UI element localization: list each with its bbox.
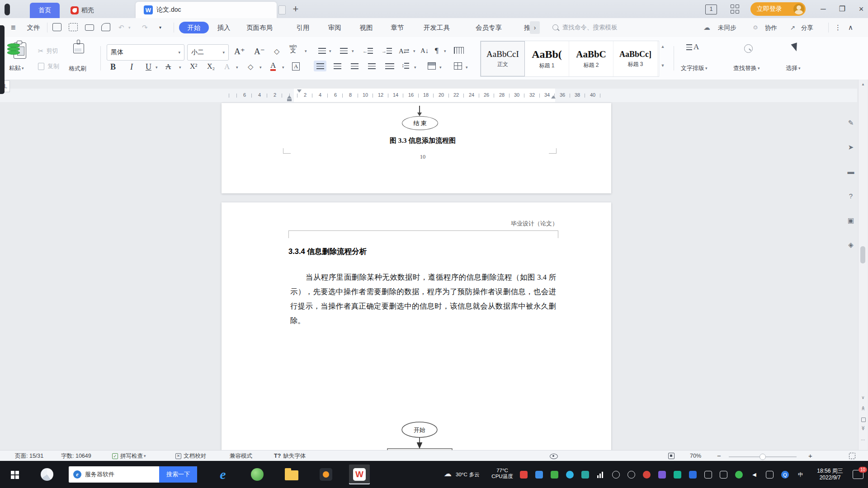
fullscreen-icon[interactable] [849,453,855,459]
green-app-tray-icon[interactable] [551,471,558,479]
italic-icon[interactable]: I [130,62,133,72]
next-page-icon[interactable]: ≫ [861,424,866,433]
increase-font-icon[interactable]: A⁺ [234,46,245,56]
line-spacing-icon[interactable]: ↕ [401,62,409,69]
undo-icon[interactable]: ↶ [118,22,124,33]
paste-button[interactable]: 粘贴▾ [9,64,24,72]
underline-caret-icon[interactable]: ▾ [156,65,158,70]
window-menu-handle[interactable] [5,4,10,15]
scroll-up-icon[interactable]: ▲ [859,82,868,86]
fit-page-icon[interactable] [668,453,675,459]
usb-tray-icon[interactable] [766,471,774,479]
sort-icon[interactable]: A↓ [420,47,429,55]
ribbon-tab-引用[interactable]: 引用 [293,22,312,33]
para-shading-caret-icon[interactable]: ▾ [439,65,442,70]
font-color-icon[interactable]: A [270,61,276,71]
start-button[interactable] [11,471,19,479]
apps-grid-icon[interactable] [731,5,740,14]
teal-tray-icon[interactable] [674,471,681,479]
phone-tray-icon[interactable] [720,471,727,479]
zoom-slider-handle[interactable] [760,454,766,460]
print-icon[interactable] [85,24,94,31]
signal-tray-icon[interactable] [597,471,604,479]
numbered-caret-icon[interactable]: ▾ [352,49,354,53]
select-cursor-icon[interactable] [791,42,800,52]
share-button[interactable]: 分享 [801,24,813,32]
ribbon-tab-开发工具[interactable]: 开发工具 [418,22,456,33]
compat-mode-label[interactable]: 兼容模式 [230,452,252,460]
more-tabs-chevron[interactable]: › [530,21,540,34]
browser-360-icon[interactable] [41,468,53,481]
taskbar-app-browser[interactable] [247,465,268,484]
superscript-icon[interactable]: X² [190,62,197,70]
scroll-more-icon[interactable]: ⋯ [859,437,868,442]
close-button[interactable]: × [854,4,868,14]
style-标题 3[interactable]: AaBbCc]标题 3 [613,41,658,76]
document-area[interactable]: 642246810121416182022242628303234363840 … [0,80,868,450]
restore-button[interactable]: ❐ [835,4,849,14]
borders-icon[interactable] [454,62,462,70]
ribbon-tab-插入[interactable]: 插入 [216,22,232,33]
show-marks-icon[interactable]: ¶ [435,46,439,55]
cut-button[interactable]: ✂ 剪切 [38,47,58,55]
collapse-ribbon-icon[interactable]: ∧ [848,22,853,33]
strikethrough-icon[interactable]: A [165,62,171,71]
align-justify-icon[interactable] [368,63,376,69]
sync-status[interactable]: 未同步 [718,24,736,32]
ribbon-tab-审阅[interactable]: 审阅 [325,22,344,33]
page-1[interactable]: 结 束 图 3.3 信息添加流程图 10 [222,103,611,193]
scale-caret-icon[interactable]: ▾ [413,49,415,53]
zoom-out-button[interactable]: − [717,452,721,460]
clear-format-icon[interactable]: ◇ [274,47,279,56]
bluetooth-tray-icon[interactable] [704,471,712,479]
input-method-icon[interactable]: 中 [797,471,804,479]
numbered-list-icon[interactable] [340,48,348,54]
left-indent-marker[interactable] [287,99,292,101]
highlight-color-icon[interactable]: A [224,62,230,71]
ruler[interactable]: 642246810121416182022242628303234363840 [0,89,857,102]
right-indent-marker[interactable] [551,95,556,99]
purple-tray-icon[interactable] [658,471,666,479]
quickbar-expand-icon[interactable]: ▾ [159,22,161,33]
pinyin-guide-icon[interactable]: wén文 [289,44,297,53]
ribbon-tab-视图[interactable]: 视图 [357,22,376,33]
scrollbar-thumb[interactable] [860,246,865,263]
align-center-icon[interactable] [334,63,341,69]
volume-tray-icon[interactable]: ◀ [750,471,758,479]
moon-tray-icon[interactable] [627,471,635,479]
collab-button[interactable]: 协作 [765,24,777,32]
minimize-button[interactable]: ─ [816,4,830,14]
proofread-button[interactable]: ✕ 文档校对 [175,452,206,460]
select-button[interactable]: 选择▾ [786,64,801,72]
first-line-indent-marker[interactable] [297,89,302,93]
tab-ruler-icon[interactable] [454,47,464,54]
eye-protect-icon[interactable] [550,454,558,459]
red-dot-tray-icon[interactable] [643,471,651,479]
undo-caret-icon[interactable]: ▾ [128,22,131,33]
taskbar-app-ie[interactable]: e [212,465,233,484]
print-preview-icon[interactable] [101,23,110,31]
style-标题 1[interactable]: AaBb(标题 1 [525,41,569,76]
taskbar-search-button[interactable]: 搜索一下 [159,466,197,483]
find-replace-icon[interactable] [744,44,753,53]
green-circle-tray-icon[interactable] [735,471,743,479]
screenshot-tool-icon[interactable]: ▣ [844,214,857,227]
style-正文[interactable]: AaBbCcI正文 [481,41,525,76]
login-button[interactable]: 立即登录 [750,2,806,16]
taskbar-search-box[interactable]: e 服务器软件 搜索一下 [69,466,197,483]
new-tab-button[interactable]: + [290,4,301,14]
messenger-tray-icon[interactable] [566,471,574,479]
strike-caret-icon[interactable]: ▾ [179,65,181,70]
ribbon-tab-开始[interactable]: 开始 [179,22,209,33]
cpu-temp-widget[interactable]: 77°C CPU温度 [489,468,515,479]
decrease-indent-icon[interactable]: ← [363,48,373,54]
distribute-icon[interactable] [385,63,394,69]
select-cursor-icon[interactable]: ➤ [844,141,857,154]
spacing-caret-icon[interactable]: ▾ [414,65,416,70]
format-painter-icon[interactable] [73,43,84,53]
shading-caret-icon[interactable]: ▾ [259,65,262,70]
assistant-tray-icon[interactable] [535,471,543,479]
taskbar-app-explorer[interactable] [281,465,302,484]
zoom-value[interactable]: 70% [690,452,701,460]
gallery-down-icon[interactable]: ▼ [660,62,666,69]
